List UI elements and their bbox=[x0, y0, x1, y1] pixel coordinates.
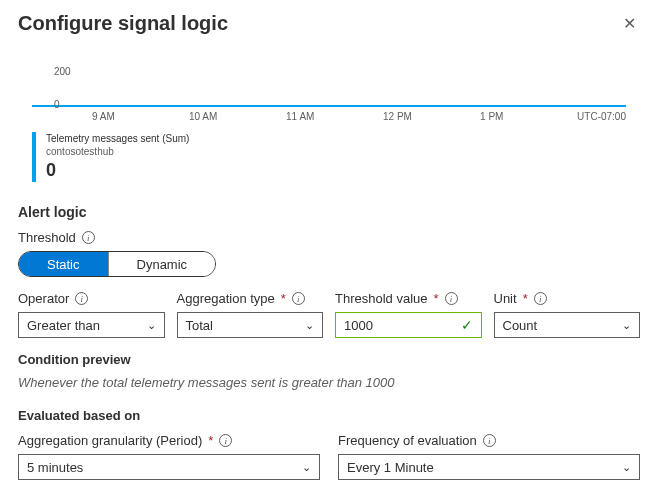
frequency-value: Every 1 Minute bbox=[347, 460, 434, 475]
threshold-label: Threshold bbox=[18, 230, 76, 245]
condition-preview-heading: Condition preview bbox=[18, 352, 640, 367]
legend-metric: Telemetry messages sent (Sum) bbox=[46, 132, 626, 145]
chevron-down-icon: ⌄ bbox=[305, 319, 314, 332]
operator-label: Operator bbox=[18, 291, 69, 306]
chart-xtick: 1 PM bbox=[480, 111, 577, 122]
chart-ytick: 200 bbox=[54, 66, 71, 77]
chevron-down-icon: ⌄ bbox=[622, 461, 631, 474]
threshold-value-input[interactable]: 1000 ✓ bbox=[335, 312, 482, 338]
info-icon[interactable]: i bbox=[219, 434, 232, 447]
chart-timezone: UTC-07:00 bbox=[577, 111, 626, 122]
info-icon[interactable]: i bbox=[75, 292, 88, 305]
checkmark-icon: ✓ bbox=[461, 317, 473, 333]
legend-value: 0 bbox=[46, 159, 626, 182]
signal-chart: 200 0 9 AM 10 AM 11 AM 12 PM 1 PM UTC-07… bbox=[18, 47, 640, 182]
aggregation-label: Aggregation type bbox=[177, 291, 275, 306]
threshold-static-button[interactable]: Static bbox=[19, 252, 108, 276]
info-icon[interactable]: i bbox=[534, 292, 547, 305]
chart-xtick: 9 AM bbox=[32, 111, 189, 122]
condition-preview-text: Whenever the total telemetry messages se… bbox=[18, 375, 640, 390]
chart-ytick: 0 bbox=[54, 99, 60, 110]
chevron-down-icon: ⌄ bbox=[147, 319, 156, 332]
unit-label: Unit bbox=[494, 291, 517, 306]
alert-logic-heading: Alert logic bbox=[18, 204, 640, 220]
required-marker: * bbox=[208, 433, 213, 448]
chart-xtick: 10 AM bbox=[189, 111, 286, 122]
info-icon[interactable]: i bbox=[82, 231, 95, 244]
info-icon[interactable]: i bbox=[483, 434, 496, 447]
threshold-toggle: Static Dynamic bbox=[18, 251, 216, 277]
chevron-down-icon: ⌄ bbox=[302, 461, 311, 474]
panel-title: Configure signal logic bbox=[18, 12, 228, 35]
info-icon[interactable]: i bbox=[445, 292, 458, 305]
frequency-select[interactable]: Every 1 Minute ⌄ bbox=[338, 454, 640, 480]
granularity-label: Aggregation granularity (Period) bbox=[18, 433, 202, 448]
chart-legend: Telemetry messages sent (Sum) contosotes… bbox=[32, 132, 626, 182]
aggregation-value: Total bbox=[186, 318, 213, 333]
info-icon[interactable]: i bbox=[292, 292, 305, 305]
chart-xtick: 12 PM bbox=[383, 111, 480, 122]
operator-value: Greater than bbox=[27, 318, 100, 333]
chart-xtick: 11 AM bbox=[286, 111, 383, 122]
granularity-value: 5 minutes bbox=[27, 460, 83, 475]
required-marker: * bbox=[523, 291, 528, 306]
required-marker: * bbox=[434, 291, 439, 306]
unit-select[interactable]: Count ⌄ bbox=[494, 312, 641, 338]
legend-resource: contosotesthub bbox=[46, 145, 626, 158]
chevron-down-icon: ⌄ bbox=[622, 319, 631, 332]
unit-value: Count bbox=[503, 318, 538, 333]
frequency-label: Frequency of evaluation bbox=[338, 433, 477, 448]
threshold-dynamic-button[interactable]: Dynamic bbox=[108, 252, 216, 276]
close-icon[interactable]: ✕ bbox=[619, 10, 640, 37]
operator-select[interactable]: Greater than ⌄ bbox=[18, 312, 165, 338]
required-marker: * bbox=[281, 291, 286, 306]
aggregation-select[interactable]: Total ⌄ bbox=[177, 312, 324, 338]
threshold-value-label: Threshold value bbox=[335, 291, 428, 306]
threshold-value-text: 1000 bbox=[344, 318, 373, 333]
evaluated-heading: Evaluated based on bbox=[18, 408, 640, 423]
granularity-select[interactable]: 5 minutes ⌄ bbox=[18, 454, 320, 480]
